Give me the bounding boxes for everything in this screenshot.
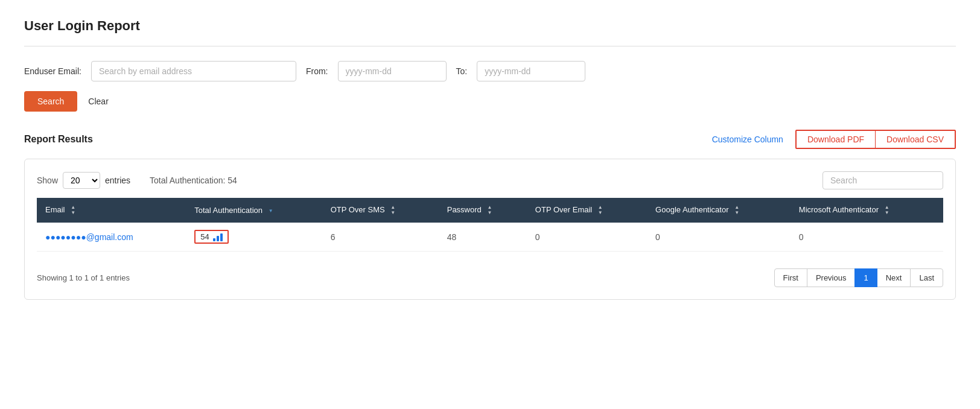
cell-microsoft-auth: 0	[791, 223, 943, 252]
chart-icon	[213, 233, 223, 241]
title-divider	[24, 46, 956, 46]
total-auth-badge[interactable]: 54	[194, 230, 228, 244]
show-entries-label: Show	[37, 176, 58, 185]
download-csv-button[interactable]: Download CSV	[876, 131, 955, 148]
action-row: Search Clear	[24, 91, 956, 112]
entries-label: entries	[105, 176, 130, 185]
page-title: User Login Report	[24, 18, 956, 34]
email-sort-icons: ▲ ▼	[71, 205, 75, 215]
download-pdf-button[interactable]: Download PDF	[797, 131, 876, 148]
report-table: Email ▲ ▼ Total Authentication ▼	[37, 198, 943, 252]
from-label: From:	[306, 66, 328, 76]
to-label: To:	[456, 66, 468, 76]
col-google-auth[interactable]: Google Authenticator ▲ ▼	[647, 198, 791, 223]
col-otp-email[interactable]: OTP Over Email ▲ ▼	[527, 198, 647, 223]
col-otp-sms[interactable]: OTP Over SMS ▲ ▼	[322, 198, 439, 223]
filter-row: Enduser Email: From: To:	[24, 61, 956, 81]
from-date-input[interactable]	[338, 61, 447, 81]
previous-page-button[interactable]: Previous	[807, 268, 856, 287]
last-page-button[interactable]: Last	[910, 268, 943, 287]
report-results-title: Report Results	[24, 134, 93, 145]
entries-select[interactable]: 10 20 50 100	[63, 172, 100, 189]
enduser-email-label: Enduser Email:	[24, 66, 81, 76]
total-auth-sort-icons: ▼	[269, 209, 273, 214]
search-button[interactable]: Search	[24, 91, 77, 112]
report-actions: Customize Column Download PDF Download C…	[712, 130, 956, 149]
email-input[interactable]	[91, 61, 296, 81]
table-container: Show 10 20 50 100 entries Total Authenti…	[24, 159, 956, 300]
password-sort-icons: ▲ ▼	[487, 205, 492, 215]
google-auth-sort-icons: ▲ ▼	[734, 205, 739, 215]
microsoft-auth-sort-icons: ▲ ▼	[885, 205, 889, 215]
cell-email: ●●●●●●●●@gmail.com	[37, 223, 186, 252]
cell-password: 48	[439, 223, 527, 252]
download-group: Download PDF Download CSV	[795, 130, 956, 149]
otp-email-sort-icons: ▲ ▼	[598, 205, 603, 215]
table-search-input[interactable]	[822, 171, 943, 189]
current-page-button[interactable]: 1	[854, 268, 877, 287]
total-auth-label: Total Authentication: 54	[150, 176, 237, 185]
email-link[interactable]: ●●●●●●●●@gmail.com	[45, 232, 133, 242]
otp-sms-sort-icons: ▲ ▼	[390, 205, 395, 215]
col-microsoft-auth[interactable]: Microsoft Authenticator ▲ ▼	[791, 198, 943, 223]
report-results-header: Report Results Customize Column Download…	[24, 130, 956, 149]
col-total-auth[interactable]: Total Authentication ▼	[186, 198, 322, 223]
to-date-input[interactable]	[477, 61, 585, 81]
report-results-section: Report Results Customize Column Download…	[24, 130, 956, 300]
cell-otp-email: 0	[527, 223, 647, 252]
table-row: ●●●●●●●●@gmail.com 54 6 48 0 0 0	[37, 223, 943, 252]
pagination: First Previous 1 Next Last	[775, 268, 943, 287]
showing-entries: Showing 1 to 1 of 1 entries	[37, 273, 130, 282]
col-password[interactable]: Password ▲ ▼	[439, 198, 527, 223]
first-page-button[interactable]: First	[774, 268, 807, 287]
table-controls: Show 10 20 50 100 entries Total Authenti…	[37, 171, 943, 189]
next-page-button[interactable]: Next	[877, 268, 911, 287]
cell-otp-sms: 6	[322, 223, 439, 252]
table-footer: Showing 1 to 1 of 1 entries First Previo…	[37, 260, 943, 287]
cell-google-auth: 0	[647, 223, 791, 252]
cell-total-auth: 54	[186, 223, 322, 252]
col-email[interactable]: Email ▲ ▼	[37, 198, 186, 223]
clear-button[interactable]: Clear	[84, 91, 112, 112]
customize-column-link[interactable]: Customize Column	[712, 135, 783, 144]
